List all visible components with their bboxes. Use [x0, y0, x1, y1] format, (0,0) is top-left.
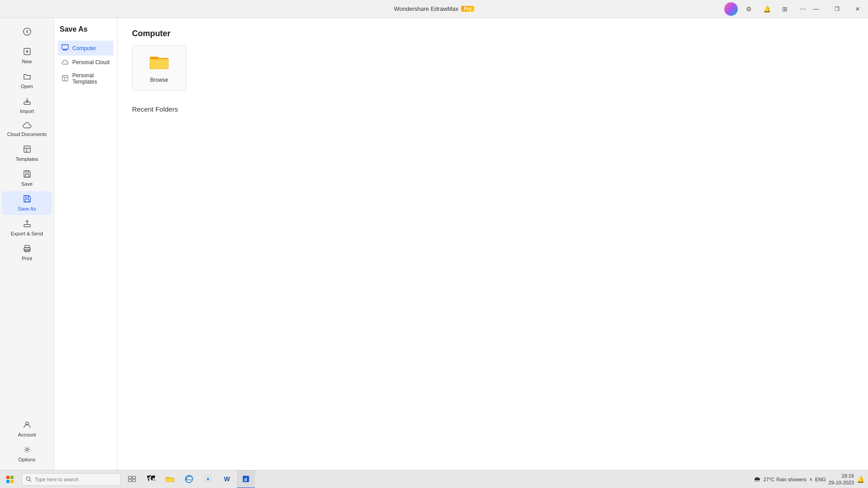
- print-icon: [23, 244, 31, 254]
- tray-chevron[interactable]: ∧: [809, 477, 812, 482]
- minimize-button[interactable]: —: [806, 0, 826, 18]
- tray-clock[interactable]: 18:16 29-10-2023: [829, 473, 854, 486]
- save-icon: [23, 170, 31, 180]
- taskbar-apps: 🗺 W d: [123, 470, 255, 488]
- tray-lang: ENG: [815, 477, 826, 482]
- settings-icon[interactable]: ⚙: [741, 2, 756, 16]
- sidebar-item-print[interactable]: Print: [2, 241, 52, 265]
- templates-label: Templates: [15, 156, 38, 162]
- sidebar-item-export[interactable]: Export & Send: [2, 216, 52, 240]
- personal-templates-icon: [61, 75, 69, 83]
- tray-weather-desc: Rain showers: [776, 477, 807, 482]
- sidebar-item-account[interactable]: Account: [2, 417, 52, 441]
- taskbar-word[interactable]: W: [218, 470, 236, 488]
- print-label: Print: [22, 256, 32, 261]
- svg-rect-21: [62, 45, 68, 49]
- app-name-text: Wondershare EdrawMax: [394, 5, 458, 12]
- tray-temperature: 27°C: [764, 477, 775, 482]
- svg-rect-9: [25, 174, 29, 177]
- svg-point-0: [24, 28, 31, 35]
- taskbar-search[interactable]: [22, 473, 121, 486]
- new-icon: [23, 47, 31, 57]
- saveas-panel: Save As Computer Personal Cloud Personal…: [54, 18, 118, 470]
- back-button[interactable]: [17, 22, 37, 42]
- options-label: Options: [19, 457, 36, 462]
- taskbar-maps[interactable]: 🗺: [142, 470, 160, 488]
- notification-icon[interactable]: 🔔: [760, 2, 774, 16]
- computer-label: Computer: [72, 45, 96, 52]
- account-icon: [23, 421, 31, 431]
- tray-date: 29-10-2023: [829, 479, 854, 486]
- sidebar-item-save[interactable]: Save: [2, 166, 52, 190]
- save-as-icon: [23, 195, 31, 205]
- tray-notification[interactable]: 🔔: [857, 476, 864, 483]
- svg-rect-4: [24, 102, 30, 104]
- options-icon: [23, 446, 31, 455]
- avatar[interactable]: [724, 2, 738, 16]
- browse-button[interactable]: Browse: [132, 46, 186, 91]
- recent-folders-title: Recent Folders: [132, 105, 854, 113]
- svg-rect-11: [25, 199, 29, 202]
- cloud-label: Cloud Documents: [7, 131, 47, 137]
- taskbar-tray: 🌧 27°C Rain showers ∧ ENG 18:16 29-10-20…: [754, 473, 868, 486]
- taskbar-explorer[interactable]: [161, 470, 179, 488]
- taskbar: 🗺 W d 🌧 27°C Rain showers ∧ ENG 18:16 29…: [0, 470, 868, 488]
- tray-weather: 27°C Rain showers: [764, 477, 807, 482]
- svg-line-34: [30, 480, 32, 482]
- saveas-option-computer[interactable]: Computer: [58, 41, 113, 56]
- svg-rect-13: [24, 225, 30, 227]
- taskbar-taskview[interactable]: [123, 470, 141, 488]
- computer-icon: [61, 44, 69, 52]
- taskbar-search-icon: [26, 476, 32, 483]
- folder-icon: [149, 53, 169, 73]
- svg-rect-35: [128, 476, 132, 479]
- personal-templates-label: Personal Templates: [72, 72, 110, 85]
- browse-label: Browse: [150, 77, 168, 83]
- svg-point-19: [26, 422, 28, 425]
- section-title: Computer: [132, 29, 854, 38]
- svg-rect-31: [6, 480, 9, 483]
- svg-rect-37: [128, 479, 132, 482]
- sidebar-item-new[interactable]: New: [2, 44, 52, 68]
- export-icon: [23, 220, 31, 230]
- title-bar: Wondershare EdrawMax Pro ⚙ 🔔 ⊞ ⋯ — ❐ ✕: [0, 0, 868, 18]
- taskbar-chrome[interactable]: [199, 470, 217, 488]
- window-controls: — ❐ ✕: [806, 0, 868, 18]
- import-label: Import: [20, 108, 34, 114]
- main-content: Computer Browse Recent Folders: [118, 18, 868, 470]
- svg-rect-15: [25, 245, 29, 248]
- cloud-icon: [23, 122, 32, 130]
- left-sidebar: New Open Import Cloud Documents Template…: [0, 18, 54, 470]
- sidebar-item-templates[interactable]: Templates: [2, 141, 52, 165]
- share-icon[interactable]: ⊞: [778, 2, 792, 16]
- svg-rect-29: [6, 476, 9, 479]
- taskbar-edge[interactable]: [180, 470, 198, 488]
- svg-point-20: [26, 449, 28, 451]
- new-label: New: [22, 59, 32, 64]
- svg-rect-25: [62, 75, 68, 81]
- sidebar-item-options[interactable]: Options: [2, 442, 52, 466]
- taskbar-search-input[interactable]: [35, 477, 112, 482]
- svg-rect-38: [132, 479, 136, 482]
- saveas-option-personal-templates[interactable]: Personal Templates: [58, 69, 113, 88]
- pro-badge: Pro: [461, 6, 474, 12]
- sidebar-item-cloud[interactable]: Cloud Documents: [2, 118, 52, 141]
- account-label: Account: [18, 432, 36, 437]
- save-label: Save: [21, 181, 33, 187]
- restore-button[interactable]: ❐: [826, 0, 847, 18]
- saveas-option-personal-cloud[interactable]: Personal Cloud: [58, 56, 113, 69]
- personal-cloud-icon: [61, 59, 69, 66]
- tray-time: 18:16: [841, 473, 854, 479]
- sidebar-bottom: Account Options: [0, 417, 54, 470]
- svg-rect-6: [24, 146, 30, 152]
- sidebar-item-save-as[interactable]: Save As: [2, 191, 52, 215]
- taskbar-edraw[interactable]: d: [237, 470, 255, 488]
- close-button[interactable]: ✕: [847, 0, 868, 18]
- personal-cloud-label: Personal Cloud: [72, 59, 109, 66]
- tray-weather-icon: 🌧: [754, 475, 761, 483]
- svg-point-33: [27, 477, 30, 480]
- title-bar-icons: ⚙ 🔔 ⊞ ⋯: [724, 0, 814, 18]
- start-button[interactable]: [0, 470, 20, 488]
- sidebar-item-open[interactable]: Open: [2, 69, 52, 93]
- sidebar-item-import[interactable]: Import: [2, 94, 52, 117]
